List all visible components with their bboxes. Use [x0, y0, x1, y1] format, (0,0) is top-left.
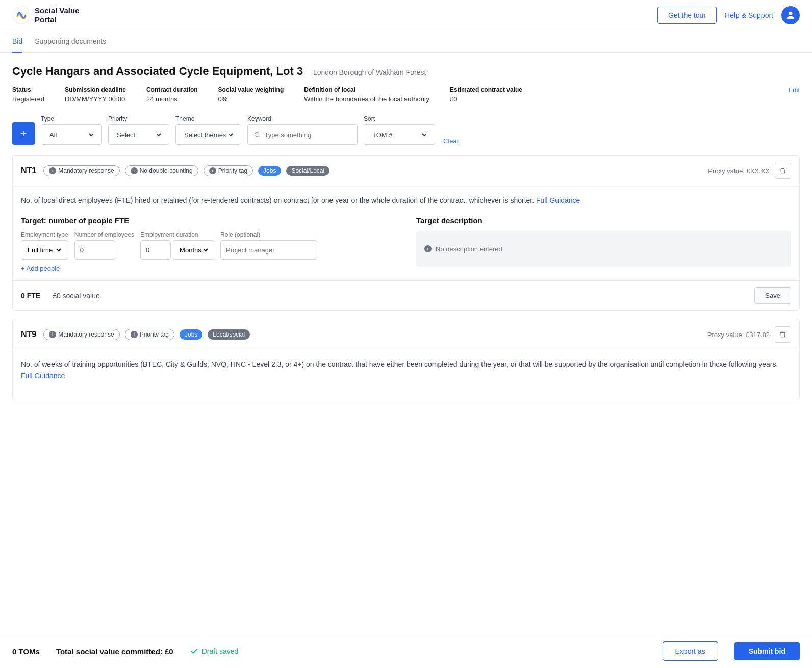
filter-keyword: Keyword: [247, 115, 358, 145]
meta-deadline: Submission deadline DD/MM/YYYY 00:00: [65, 86, 126, 103]
filter-sort: Sort TOM #: [364, 115, 435, 145]
filter-priority: Priority Select: [108, 115, 169, 145]
tom-card-nt1-header: NT1 i Mandatory response i No double-cou…: [13, 156, 799, 187]
logo-icon: [12, 6, 31, 24]
header: Social ValuePortal Get the tour Help & S…: [0, 0, 812, 31]
add-people-link[interactable]: + Add people: [21, 265, 396, 272]
badge-mandatory-response-2: i Mandatory response: [43, 329, 119, 340]
filter-theme-label: Theme: [175, 115, 241, 122]
tab-supporting[interactable]: Supporting documents: [35, 31, 106, 53]
filter-type-select[interactable]: All: [41, 124, 102, 145]
target-fields-nt1: Employment type Full time Part time Numb…: [21, 231, 396, 260]
field-employment-type: Employment type Full time Part time: [21, 231, 68, 260]
meta-duration-label: Contract duration: [146, 86, 198, 93]
proxy-value-nt1: Proxy value: £XX.XX: [708, 167, 770, 175]
employment-duration-label: Employment duration: [140, 231, 214, 238]
filter-sort-select[interactable]: TOM #: [364, 124, 435, 145]
badge-jobs-1: Jobs: [258, 166, 281, 176]
filter-keyword-label: Keyword: [247, 115, 358, 122]
filter-theme-select[interactable]: Select themes: [175, 124, 241, 145]
target-section-nt1: Target: number of people FTE Employment …: [21, 216, 791, 272]
tom-nt1-description: No. of local direct employees (FTE) hire…: [21, 195, 791, 206]
get-tour-button[interactable]: Get the tour: [657, 7, 717, 24]
project-org: London Borough of Waltham Forest: [313, 68, 426, 76]
meta-status: Status Registered: [12, 86, 44, 103]
badge-jobs-2: Jobs: [180, 329, 202, 340]
filter-theme: Theme Select themes: [175, 115, 241, 145]
svg-point-1: [19, 13, 23, 17]
meta-duration-value: 24 months: [146, 95, 198, 103]
meta-contract-value-label: Estimated contract value: [450, 86, 522, 93]
edit-link[interactable]: Edit: [789, 86, 800, 94]
trash-icon-1: [779, 167, 786, 174]
filter-priority-label: Priority: [108, 115, 169, 122]
meta-status-value: Registered: [12, 95, 44, 103]
meta-row: Status Registered Submission deadline DD…: [12, 86, 800, 103]
badge-no-double-counting: i No double-counting: [125, 165, 198, 176]
svg-point-2: [255, 132, 259, 136]
full-guidance-nt9[interactable]: Full Guidance: [21, 372, 65, 380]
tab-bid[interactable]: Bid: [12, 31, 22, 53]
tom-card-nt9: NT9 i Mandatory response i Priority tag …: [12, 319, 800, 400]
target-left-nt1: Target: number of people FTE Employment …: [21, 216, 396, 272]
filter-sort-label: Sort: [364, 115, 435, 122]
filters-row: + Type All Priority Select Theme Select …: [12, 115, 800, 145]
meta-weighting-value: 0%: [218, 95, 284, 103]
trash-icon-2: [779, 331, 786, 338]
badge-social-local-1: Social/Local: [286, 166, 329, 176]
no-description-nt1: i No description entered: [416, 231, 791, 267]
employment-type-label: Employment type: [21, 231, 68, 238]
badge-mandatory-response-1: i Mandatory response: [43, 165, 119, 176]
search-icon: [254, 131, 260, 138]
duration-unit-input[interactable]: Months Weeks Years: [177, 246, 210, 254]
add-tom-button[interactable]: +: [12, 122, 35, 145]
num-employees-input[interactable]: [74, 240, 115, 260]
delete-nt1-button[interactable]: [775, 163, 791, 179]
tom-card-nt9-header: NT9 i Mandatory response i Priority tag …: [13, 319, 799, 350]
target-title-nt1: Target: number of people FTE: [21, 216, 396, 225]
fte-value-nt1: 0 FTE: [21, 292, 40, 300]
type-select-input[interactable]: All: [47, 131, 95, 139]
project-header: Cycle Hangars and Associated Cycle Equip…: [12, 65, 800, 78]
meta-deadline-value: DD/MM/YYYY 00:00: [65, 95, 126, 103]
duration-input[interactable]: [140, 240, 171, 260]
role-input[interactable]: [220, 240, 317, 260]
full-guidance-nt1[interactable]: Full Guidance: [536, 196, 580, 204]
meta-local-label: Definition of local: [304, 86, 429, 93]
proxy-value-nt9: Proxy value: £317.82: [707, 331, 770, 339]
tom-nt1-id: NT1: [21, 166, 36, 175]
meta-contract-value: Estimated contract value £0: [450, 86, 522, 103]
filter-type-label: Type: [41, 115, 102, 122]
priority-select-input[interactable]: Select: [115, 131, 163, 139]
role-label: Role (optional): [220, 231, 317, 238]
help-link[interactable]: Help & Support: [725, 11, 773, 19]
field-num-employees: Number of employees: [74, 231, 134, 260]
employment-type-input[interactable]: Full time Part time: [26, 246, 63, 254]
tom-nt9-description: No. of weeks of training opportunities (…: [21, 358, 791, 381]
meta-local: Definition of local Within the boundarie…: [304, 86, 429, 103]
employment-type-select[interactable]: Full time Part time: [21, 240, 68, 260]
social-value-nt1: £0 social value: [53, 292, 100, 300]
clear-filters-link[interactable]: Clear: [443, 137, 459, 145]
theme-select-input[interactable]: Select themes: [182, 131, 235, 139]
filter-priority-select[interactable]: Select: [108, 124, 169, 145]
info-icon-1: i: [49, 167, 56, 174]
keyword-input[interactable]: [264, 131, 351, 139]
meta-duration: Contract duration 24 months: [146, 86, 198, 103]
tom-nt1-body: No. of local direct employees (FTE) hire…: [13, 187, 799, 280]
no-description-text: No description entered: [436, 245, 502, 253]
sort-select-input[interactable]: TOM #: [370, 131, 428, 139]
avatar[interactable]: [781, 6, 800, 24]
main-content: Cycle Hangars and Associated Cycle Equip…: [0, 65, 812, 400]
info-icon-3: i: [209, 167, 216, 174]
filter-keyword-input-wrap[interactable]: [247, 124, 358, 145]
tom-nt1-footer: 0 FTE £0 social value Save: [13, 280, 799, 310]
meta-status-label: Status: [12, 86, 44, 93]
badge-local-social-2: Local/social: [208, 329, 250, 340]
duration-unit-select[interactable]: Months Weeks Years: [173, 240, 214, 260]
meta-weighting: Social value weighting 0%: [218, 86, 284, 103]
delete-nt9-button[interactable]: [775, 326, 791, 343]
num-employees-label: Number of employees: [74, 231, 134, 238]
save-nt1-button[interactable]: Save: [754, 287, 791, 304]
tom-nt9-id: NT9: [21, 330, 36, 339]
